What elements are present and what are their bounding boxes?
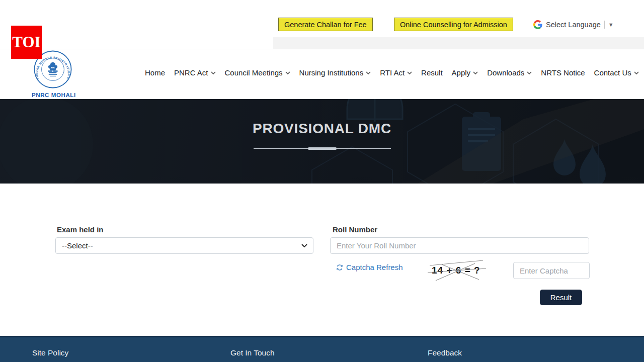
refresh-icon bbox=[336, 264, 343, 271]
chevron-down-icon bbox=[473, 71, 478, 74]
nav-item[interactable]: Nursing Institutions bbox=[299, 68, 371, 77]
result-submit-button[interactable]: Result bbox=[540, 290, 582, 305]
nav-item[interactable]: Apply bbox=[452, 68, 478, 77]
google-translate-widget[interactable]: Select Language ▼ bbox=[533, 19, 614, 30]
generate-challan-button[interactable]: Generate Challan for Fee bbox=[278, 18, 373, 31]
captcha-refresh-label: Captcha Refresh bbox=[346, 263, 403, 272]
result-form: Exam held in --Select-- Roll Number Capt… bbox=[0, 184, 644, 336]
toi-watermark: TOI bbox=[11, 26, 42, 59]
captcha-input[interactable] bbox=[513, 262, 590, 279]
topbar-strip bbox=[273, 37, 644, 49]
nav-item[interactable]: PNRC Act bbox=[174, 68, 216, 77]
nav-item-label: Council Meetings bbox=[225, 68, 283, 77]
chevron-down-icon bbox=[211, 71, 216, 74]
footer-get-in-touch-heading: Get In Touch bbox=[230, 348, 275, 357]
chevron-down-icon bbox=[527, 71, 532, 74]
chevron-down-icon bbox=[285, 71, 290, 74]
nav-item-label: PNRC Act bbox=[174, 68, 208, 77]
chevron-down-icon bbox=[407, 71, 412, 74]
chevron-down-icon bbox=[366, 71, 371, 74]
header-divider bbox=[0, 49, 644, 49]
footer: Site Policy Get In Touch Feedback bbox=[0, 336, 644, 362]
main-nav: Home PNRC Act Council Meetings Nursing I… bbox=[145, 68, 613, 77]
nav-item[interactable]: Home bbox=[145, 68, 165, 77]
nav-item[interactable]: Result bbox=[421, 68, 443, 77]
dropdown-arrow-icon[interactable]: ▼ bbox=[608, 22, 614, 28]
captcha-noise-lines bbox=[427, 258, 488, 283]
title-divider bbox=[254, 147, 391, 150]
footer-site-policy-heading[interactable]: Site Policy bbox=[32, 348, 68, 357]
select-language-label[interactable]: Select Language bbox=[546, 21, 601, 29]
roll-number-label: Roll Number bbox=[333, 225, 377, 234]
nav-item-label: NRTS Notice bbox=[541, 68, 585, 77]
nav-item-label: Home bbox=[145, 68, 165, 77]
hero-background-art bbox=[0, 99, 644, 184]
nav-item-label: Nursing Institutions bbox=[299, 68, 364, 77]
brand-name: PNRC MOHALI bbox=[32, 92, 74, 98]
nav-item-label: RTI Act bbox=[380, 68, 405, 77]
divider bbox=[604, 21, 605, 29]
roll-number-input[interactable] bbox=[330, 237, 589, 254]
captcha-image: 14 + 6 = ? bbox=[427, 258, 488, 283]
nav-item-label: Apply bbox=[452, 68, 471, 77]
nav-item[interactable]: NRTS Notice bbox=[541, 68, 585, 77]
nav-item[interactable]: Downloads bbox=[487, 68, 532, 77]
nav-item[interactable]: Contact Us bbox=[594, 68, 639, 77]
page-title: PROVISIONAL DMC bbox=[0, 121, 644, 137]
nav-item[interactable]: Council Meetings bbox=[225, 68, 290, 77]
page: Generate Challan for Fee Online Counsell… bbox=[0, 0, 644, 362]
hero-banner: PROVISIONAL DMC bbox=[0, 99, 644, 184]
nav-item[interactable]: RTI Act bbox=[380, 68, 412, 77]
online-counselling-button[interactable]: Online Counselling for Admission bbox=[394, 18, 513, 31]
exam-held-in-label: Exam held in bbox=[57, 225, 104, 234]
google-g-icon bbox=[533, 20, 542, 29]
captcha-refresh-link[interactable]: Captcha Refresh bbox=[336, 263, 403, 272]
nav-item-label: Downloads bbox=[487, 68, 524, 77]
exam-select[interactable]: --Select-- bbox=[55, 237, 313, 254]
footer-feedback-heading: Feedback bbox=[428, 348, 462, 357]
nav-item-label: Result bbox=[421, 68, 443, 77]
nav-item-label: Contact Us bbox=[594, 68, 631, 77]
chevron-down-icon bbox=[634, 71, 639, 74]
topbar: Generate Challan for Fee Online Counsell… bbox=[0, 0, 644, 49]
